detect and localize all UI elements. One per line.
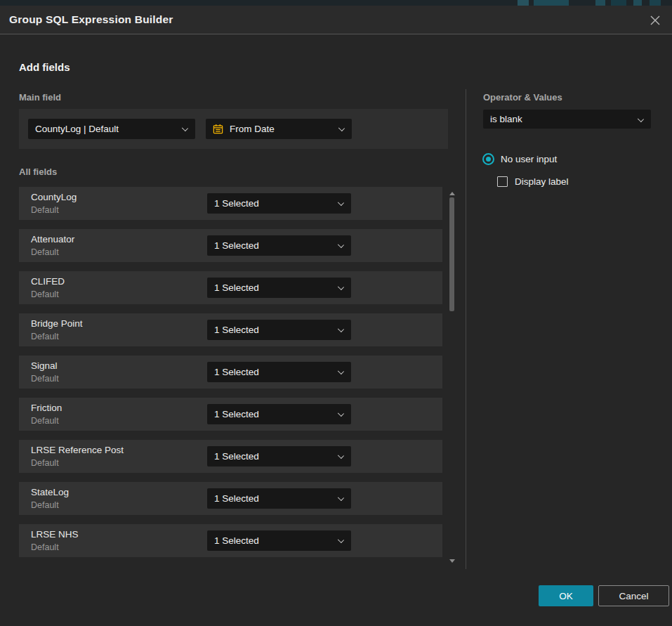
field-row: Bridge Point Default 1 Selected: [19, 313, 442, 346]
background-fragment: [518, 0, 529, 6]
main-field-date-dropdown[interactable]: From Date: [206, 119, 352, 139]
field-subtitle: Default: [31, 247, 59, 257]
field-name: Signal: [31, 360, 58, 371]
chevron-down-icon: [182, 125, 188, 131]
all-fields-label: All fields: [19, 167, 57, 177]
operator-values-label: Operator & Values: [483, 92, 562, 103]
all-fields-scrollbar: [449, 186, 456, 566]
operator-dropdown[interactable]: is blank: [483, 110, 651, 129]
field-row: Signal Default 1 Selected: [19, 356, 442, 389]
chevron-down-icon: [638, 116, 644, 122]
operator-dropdown-value: is blank: [490, 114, 522, 124]
main-field-label: Main field: [19, 92, 61, 103]
field-name: Friction: [31, 403, 62, 413]
chevron-down-icon: [338, 326, 344, 332]
field-selection-dropdown[interactable]: 1 Selected: [207, 278, 351, 298]
scrollbar-thumb[interactable]: [449, 197, 454, 311]
group-sql-expression-builder-dialog: Group SQL Expression Builder Add fields …: [0, 6, 672, 626]
field-selection-dropdown-value: 1 Selected: [214, 198, 259, 209]
main-field-source-value: CountyLog | Default: [35, 124, 119, 134]
checkbox-unchecked-icon: [497, 176, 508, 187]
field-selection-dropdown-value: 1 Selected: [214, 535, 259, 546]
main-field-panel: CountyLog | Default From Date: [19, 109, 448, 149]
background-fragment: [650, 0, 661, 6]
field-selection-dropdown-value: 1 Selected: [214, 451, 259, 462]
field-selection-dropdown[interactable]: 1 Selected: [207, 235, 351, 256]
field-name: CountyLog: [31, 192, 77, 202]
background-fragment: [611, 0, 626, 6]
field-subtitle: Default: [31, 542, 59, 552]
field-selection-dropdown[interactable]: 1 Selected: [207, 193, 351, 214]
field-row: Friction Default 1 Selected: [19, 398, 442, 431]
background-fragment: [633, 0, 642, 6]
field-row: LRSE Reference Post Default 1 Selected: [19, 440, 442, 473]
field-selection-dropdown-value: 1 Selected: [214, 240, 259, 251]
field-subtitle: Default: [31, 416, 59, 426]
main-field-date-value: From Date: [230, 124, 275, 134]
display-label-checkbox[interactable]: Display label: [497, 176, 569, 187]
field-subtitle: Default: [31, 458, 59, 468]
scroll-down-icon[interactable]: [449, 559, 455, 563]
field-row: CountyLog Default 1 Selected: [19, 187, 442, 220]
chevron-down-icon: [338, 284, 344, 290]
field-name: LRSE Reference Post: [31, 445, 124, 455]
all-fields-list: CountyLog Default 1 Selected Attenuator …: [19, 187, 442, 566]
chevron-down-icon: [338, 452, 344, 459]
field-selection-dropdown[interactable]: 1 Selected: [207, 320, 351, 340]
field-subtitle: Default: [31, 289, 59, 299]
background-fragment: [534, 0, 569, 6]
display-label-label: Display label: [515, 176, 569, 187]
scroll-up-icon[interactable]: [449, 192, 455, 195]
field-subtitle: Default: [31, 500, 59, 510]
field-subtitle: Default: [31, 205, 59, 215]
close-icon[interactable]: [648, 13, 662, 27]
field-selection-dropdown[interactable]: 1 Selected: [207, 362, 351, 382]
field-name: Attenuator: [31, 234, 74, 244]
field-selection-dropdown[interactable]: 1 Selected: [207, 404, 351, 424]
field-selection-dropdown-value: 1 Selected: [214, 282, 259, 293]
cancel-button[interactable]: Cancel: [598, 585, 669, 606]
field-subtitle: Default: [31, 332, 59, 341]
field-subtitle: Default: [31, 374, 59, 384]
panel-divider: [466, 89, 466, 569]
field-selection-dropdown-value: 1 Selected: [214, 325, 259, 335]
field-name: Bridge Point: [31, 318, 83, 329]
field-name: CLIFED: [31, 276, 65, 287]
no-user-input-radio[interactable]: No user input: [482, 153, 557, 165]
main-field-source-dropdown[interactable]: CountyLog | Default: [28, 119, 195, 139]
background-app-strip: [0, 0, 672, 6]
dialog-title: Group SQL Expression Builder: [9, 13, 173, 26]
chevron-down-icon: [338, 537, 344, 543]
chevron-down-icon: [338, 200, 344, 206]
chevron-down-icon: [338, 242, 344, 248]
ok-button[interactable]: OK: [539, 585, 593, 606]
field-row: LRSE NHS Default 1 Selected: [19, 524, 442, 557]
chevron-down-icon: [338, 495, 344, 501]
chevron-down-icon: [338, 368, 344, 374]
radio-selected-icon: [482, 153, 494, 165]
field-row: StateLog Default 1 Selected: [19, 482, 442, 515]
field-selection-dropdown-value: 1 Selected: [214, 493, 259, 504]
chevron-down-icon: [338, 410, 344, 417]
background-fragment: [595, 0, 605, 6]
dialog-header: Group SQL Expression Builder: [0, 6, 672, 34]
field-row: CLIFED Default 1 Selected: [19, 271, 442, 304]
field-selection-dropdown[interactable]: 1 Selected: [207, 446, 351, 467]
field-selection-dropdown[interactable]: 1 Selected: [207, 530, 351, 551]
field-name: LRSE NHS: [31, 529, 79, 540]
field-selection-dropdown-value: 1 Selected: [214, 367, 259, 377]
no-user-input-label: No user input: [501, 154, 557, 164]
field-selection-dropdown-value: 1 Selected: [214, 409, 259, 419]
field-name: StateLog: [31, 487, 69, 497]
add-fields-heading: Add fields: [19, 61, 70, 73]
field-row: Attenuator Default 1 Selected: [19, 229, 442, 262]
chevron-down-icon: [338, 125, 345, 131]
field-selection-dropdown[interactable]: 1 Selected: [207, 488, 351, 509]
calendar-icon: [213, 124, 223, 134]
